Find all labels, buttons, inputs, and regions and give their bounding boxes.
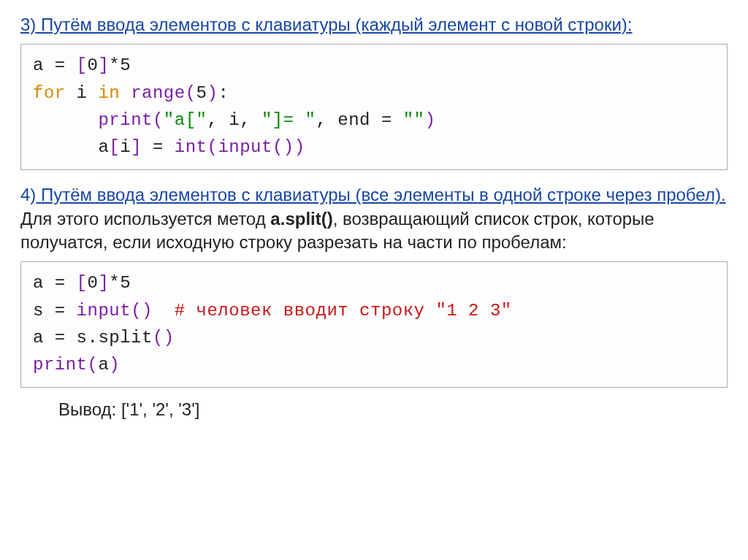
code2-l4-lp: (	[88, 355, 99, 375]
section-4-after-link: Для этого используется метод	[20, 209, 270, 229]
code1-l1-mult: *5	[109, 55, 131, 75]
code2-l4-print: print	[33, 355, 88, 375]
code2-l3: a = s.split	[33, 328, 153, 348]
code2-l2-input: input	[77, 301, 131, 321]
code1-l3-rp: )	[425, 110, 436, 130]
code-block-2: a = [0]*5 s = input() # человек вводит с…	[20, 261, 728, 388]
code1-l3-lp: (	[153, 110, 164, 130]
code2-l2-sp	[153, 301, 175, 321]
code2-l2-comment: # человек вводит строку "1 2 3"	[175, 301, 512, 321]
code1-l2-range: range	[131, 83, 186, 103]
code1-l2-lp: (	[186, 83, 196, 103]
section-4-link-text: Путём ввода элементов с клавиатуры (все …	[36, 185, 725, 204]
code2-l1-rb: ]	[98, 273, 109, 293]
code2-l1-z: 0	[88, 273, 99, 293]
section-3-heading: 3) Путём ввода элементов с клавиатуры (к…	[20, 13, 728, 37]
code2-l2-lp: (	[131, 301, 142, 321]
code1-l4-lp2: (	[272, 137, 283, 157]
code1-l4-eq: =	[142, 137, 175, 157]
code1-l1-zero: 0	[88, 55, 99, 75]
code2-l1-lb: [	[77, 273, 88, 293]
code1-l3-print: print	[98, 110, 153, 130]
code1-l4-rp2: )	[283, 137, 294, 157]
code2-l1-a: a =	[33, 273, 77, 293]
code2-l2-rp: )	[142, 301, 153, 321]
section-4-method: a.split()	[270, 209, 332, 229]
code1-l3-c2: , end =	[316, 110, 402, 130]
code1-l4-rb: ]	[131, 137, 142, 157]
code2-l4-rp: )	[109, 355, 120, 375]
output-line: Вывод: ['1', '2', '3']	[58, 398, 728, 421]
code1-l2-colon: :	[218, 83, 229, 103]
code2-l1-m: *5	[109, 273, 131, 293]
section-3-number: 3)	[20, 15, 36, 34]
code1-l4-int: int	[175, 137, 207, 157]
code1-l2-n: 5	[196, 83, 207, 103]
code1-l2-rp: )	[207, 83, 218, 103]
code1-l1-a: a =	[33, 55, 77, 75]
code2-l4-a: a	[98, 355, 109, 375]
section-4-paragraph: 4) Путём ввода элементов с клавиатуры (в…	[20, 183, 728, 254]
code1-l4-lb: [	[109, 137, 120, 157]
code1-l4-a: a	[98, 137, 109, 157]
code1-l4-i: i	[120, 137, 131, 157]
code1-l2-in: in	[98, 83, 120, 103]
code1-l3-s1: "a["	[164, 110, 207, 130]
code1-l4-input: input	[218, 137, 272, 157]
code1-l3-c1: , i,	[207, 110, 262, 130]
code1-l2-for: for	[33, 83, 66, 103]
section-4-number: 4)	[20, 185, 36, 204]
code-block-1: a = [0]*5 for i in range(5): print("a[",…	[20, 44, 728, 170]
code2-l3-lp: (	[153, 328, 164, 348]
code2-l2-s: s =	[33, 301, 77, 321]
code1-l3-indent	[33, 110, 98, 130]
code1-l4-indent	[33, 137, 98, 157]
code1-l4-rp: )	[294, 137, 305, 157]
code1-l1-lbracket: [	[77, 55, 88, 75]
code1-l3-s3: ""	[403, 110, 425, 130]
section-3-title: Путём ввода элементов с клавиатуры (кажд…	[36, 15, 632, 34]
code1-l2-sp	[120, 83, 131, 103]
code1-l1-rbracket: ]	[98, 55, 109, 75]
code1-l2-i: i	[66, 83, 99, 103]
code1-l3-s2: "]= "	[262, 110, 316, 130]
code2-l3-rp: )	[164, 328, 175, 348]
code1-l4-lp: (	[207, 137, 218, 157]
